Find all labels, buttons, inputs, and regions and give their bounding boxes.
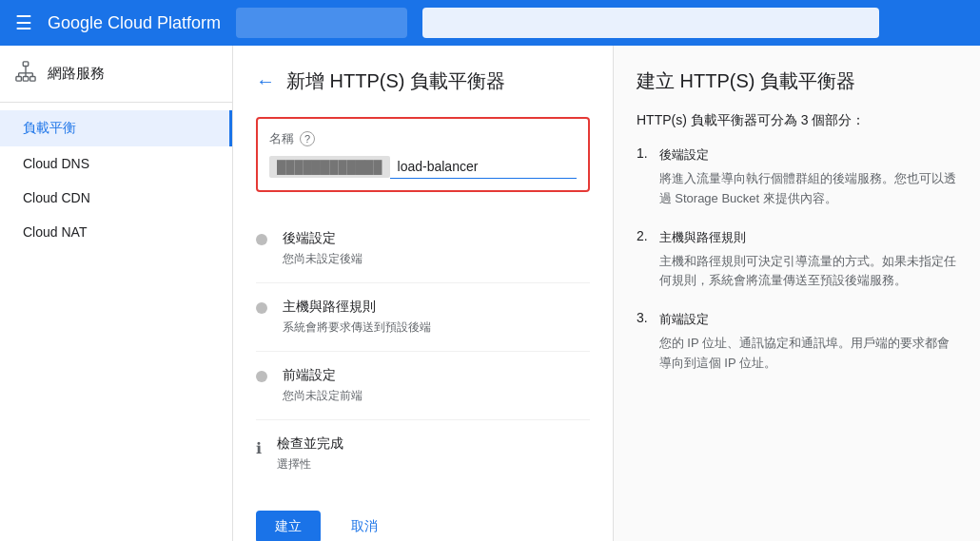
sidebar-item-label-cloud-cdn: Cloud CDN xyxy=(23,190,90,205)
info-step-content-3: 前端設定 您的 IP 位址、通訊協定和通訊埠。用戶端的要求都會導向到這個 IP … xyxy=(659,310,957,373)
info-panel-title: 建立 HTTP(S) 負載平衡器 xyxy=(637,68,957,94)
step-list: 後端設定 您尚未設定後端 主機與路徑規則 系統會將要求傳送到預設後端 前端設定 xyxy=(256,215,590,488)
svg-rect-2 xyxy=(30,77,36,82)
name-prefix: ████████████ xyxy=(269,156,390,178)
name-input-wrapper: ████████████ xyxy=(269,155,577,179)
name-input[interactable] xyxy=(390,155,577,179)
step-item-frontend[interactable]: 前端設定 您尚未設定前端 xyxy=(256,352,590,420)
step-subtitle-routing: 系統會將要求傳送到預設後端 xyxy=(283,319,590,336)
info-step-1: 1. 後端設定 將進入流量導向執行個體群組的後端服務。您也可以透過 Storag… xyxy=(637,145,957,208)
info-step-title-2: 主機與路徑規則 xyxy=(659,228,957,248)
info-step-desc-2: 主機和路徑規則可決定引導流量的方式。如果未指定任何規則，系統會將流量傳送至預設後… xyxy=(659,252,957,292)
step-dot-routing xyxy=(256,302,267,314)
sidebar-title: 網路服務 xyxy=(48,65,105,83)
step-item-routing[interactable]: 主機與路徑規則 系統會將要求傳送到預設後端 xyxy=(256,283,590,352)
sidebar-item-label-cloud-nat: Cloud NAT xyxy=(23,224,87,240)
step-item-backend[interactable]: 後端設定 您尚未設定後端 xyxy=(256,215,590,283)
sidebar-item-load-balance[interactable]: 負載平衡 xyxy=(0,110,232,146)
step-item-review[interactable]: ℹ 檢查並完成 選擇性 xyxy=(256,420,590,488)
info-step-title-3: 前端設定 xyxy=(659,310,957,330)
info-step-content-2: 主機與路徑規則 主機和路徑規則可決定引導流量的方式。如果未指定任何規則，系統會將… xyxy=(659,228,957,291)
step-content-routing: 主機與路徑規則 系統會將要求傳送到預設後端 xyxy=(283,299,590,336)
project-selector[interactable] xyxy=(236,8,407,38)
main-layout: 網路服務 負載平衡 Cloud DNS Cloud CDN Cloud NAT … xyxy=(0,46,980,541)
sidebar-header: 網路服務 xyxy=(0,46,232,103)
info-step-num-2: 2. xyxy=(637,228,648,291)
info-step-content-1: 後端設定 將進入流量導向執行個體群組的後端服務。您也可以透過 Storage B… xyxy=(659,145,957,208)
step-title-frontend: 前端設定 xyxy=(283,367,590,384)
step-content-review: 檢查並完成 選擇性 xyxy=(277,435,590,473)
step-dot-review: ℹ xyxy=(256,439,262,457)
sidebar-item-cloud-dns[interactable]: Cloud DNS xyxy=(0,146,232,181)
form-panel-header: ← 新增 HTTP(S) 負載平衡器 xyxy=(256,68,590,94)
step-content-frontend: 前端設定 您尚未設定前端 xyxy=(283,367,590,404)
info-step-desc-1: 將進入流量導向執行個體群組的後端服務。您也可以透過 Storage Bucket… xyxy=(659,169,957,209)
info-step-title-1: 後端設定 xyxy=(659,145,957,165)
network-icon xyxy=(15,61,36,87)
back-button[interactable]: ← xyxy=(256,70,275,92)
svg-rect-3 xyxy=(23,77,29,82)
step-title-routing: 主機與路徑規則 xyxy=(283,299,590,316)
create-button[interactable]: 建立 xyxy=(256,511,321,541)
sidebar: 網路服務 負載平衡 Cloud DNS Cloud CDN Cloud NAT xyxy=(0,46,233,541)
info-panel: 建立 HTTP(S) 負載平衡器 HTTP(s) 負載平衡器可分為 3 個部分：… xyxy=(614,46,980,541)
info-steps: 1. 後端設定 將進入流量導向執行個體群組的後端服務。您也可以透過 Storag… xyxy=(637,145,957,373)
app-logo: Google Cloud Platform xyxy=(48,13,221,33)
main-content: ← 新增 HTTP(S) 負載平衡器 名稱 ? ████████████ xyxy=(233,46,980,541)
header: ☰ Google Cloud Platform xyxy=(0,0,980,46)
step-dot-frontend xyxy=(256,371,267,382)
info-step-desc-3: 您的 IP 位址、通訊協定和通訊埠。用戶端的要求都會導向到這個 IP 位址。 xyxy=(659,334,957,374)
step-subtitle-frontend: 您尚未設定前端 xyxy=(283,388,590,404)
name-label-text: 名稱 xyxy=(269,130,294,147)
action-buttons: 建立 取消 xyxy=(256,511,590,541)
info-step-2: 2. 主機與路徑規則 主機和路徑規則可決定引導流量的方式。如果未指定任何規則，系… xyxy=(637,228,957,291)
info-step-num-3: 3. xyxy=(637,310,648,373)
cancel-button[interactable]: 取消 xyxy=(332,511,397,541)
menu-icon[interactable]: ☰ xyxy=(15,11,32,34)
info-step-3: 3. 前端設定 您的 IP 位址、通訊協定和通訊埠。用戶端的要求都會導向到這個 … xyxy=(637,310,957,373)
info-description: HTTP(s) 負載平衡器可分為 3 個部分： xyxy=(637,109,957,130)
form-panel-title: 新增 HTTP(S) 負載平衡器 xyxy=(286,68,505,94)
sidebar-nav: 負載平衡 Cloud DNS Cloud CDN Cloud NAT xyxy=(0,103,232,249)
help-icon[interactable]: ? xyxy=(300,131,315,146)
step-content-backend: 後端設定 您尚未設定後端 xyxy=(283,230,590,267)
step-subtitle-review: 選擇性 xyxy=(277,456,590,473)
form-panel: ← 新增 HTTP(S) 負載平衡器 名稱 ? ████████████ xyxy=(233,46,614,541)
sidebar-item-label-load-balance: 負載平衡 xyxy=(23,120,76,137)
step-dot-backend xyxy=(256,234,267,245)
info-step-num-1: 1. xyxy=(637,145,648,208)
step-title-review: 檢查並完成 xyxy=(277,435,590,453)
svg-rect-0 xyxy=(23,62,29,67)
sidebar-item-cloud-nat[interactable]: Cloud NAT xyxy=(0,215,232,249)
name-label: 名稱 ? xyxy=(269,130,577,147)
svg-rect-1 xyxy=(16,77,22,82)
step-subtitle-backend: 您尚未設定後端 xyxy=(283,251,590,267)
step-title-backend: 後端設定 xyxy=(283,230,590,247)
name-field-box: 名稱 ? ████████████ xyxy=(256,117,590,192)
search-input[interactable] xyxy=(422,8,879,38)
sidebar-item-label-cloud-dns: Cloud DNS xyxy=(23,156,89,171)
sidebar-item-cloud-cdn[interactable]: Cloud CDN xyxy=(0,181,232,215)
